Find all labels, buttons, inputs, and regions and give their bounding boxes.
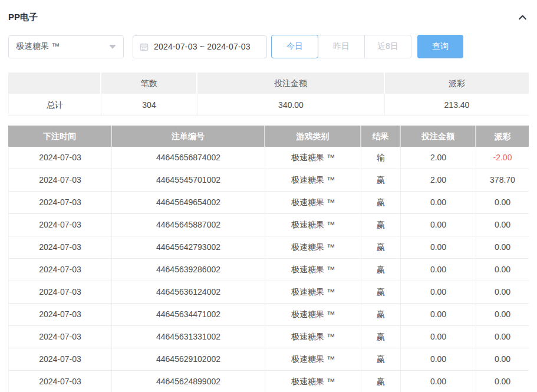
cell-bet-time: 2024-07-03 bbox=[8, 371, 112, 392]
cell-result: 赢 bbox=[361, 214, 401, 236]
yesterday-button[interactable]: 昨日 bbox=[318, 35, 365, 58]
cell-payout: -2.00 bbox=[476, 147, 529, 169]
cell-result: 赢 bbox=[361, 169, 401, 192]
table-row: 2024-07-03 44645656874002 极速糖果 ™ 输 2.00 … bbox=[8, 147, 529, 169]
cell-game-category: 极速糖果 ™ bbox=[265, 304, 361, 326]
table-row: 2024-07-03 44645639286002 极速糖果 ™ 赢 0.00 … bbox=[8, 259, 529, 281]
cell-bet-id: 44645656874002 bbox=[112, 147, 265, 169]
cell-game-category: 极速糖果 ™ bbox=[265, 281, 361, 304]
table-row: 2024-07-03 44645624899002 极速糖果 ™ 赢 0.00 … bbox=[8, 371, 529, 392]
cell-payout: 0.00 bbox=[476, 326, 529, 348]
cell-bet-id: 44645649654002 bbox=[112, 192, 265, 214]
last-8-days-button[interactable]: 近8日 bbox=[364, 35, 411, 58]
cell-result: 赢 bbox=[361, 236, 401, 259]
date-range-value: 2024-07-03 ~ 2024-07-03 bbox=[154, 42, 251, 51]
cell-bet-amount: 2.00 bbox=[401, 169, 476, 192]
cell-bet-amount: 0.00 bbox=[401, 214, 476, 236]
summary-total-label: 总计 bbox=[8, 94, 101, 116]
cell-payout: 0.00 bbox=[476, 348, 529, 371]
summary-table: 笔数 投注金额 派彩 总计 304 340.00 213.40 bbox=[8, 73, 529, 116]
summary-header-bet-amount: 投注金额 bbox=[197, 73, 385, 94]
header-bet-time: 下注时间 bbox=[8, 126, 112, 147]
cell-bet-time: 2024-07-03 bbox=[8, 281, 112, 304]
cell-result: 输 bbox=[361, 147, 401, 169]
summary-total-row: 总计 304 340.00 213.40 bbox=[8, 94, 529, 116]
header-result: 结果 bbox=[361, 126, 401, 147]
filter-bar: 极速糖果 ™ 2024-07-03 ~ 2024-07-03 今日 昨日 近8日… bbox=[8, 35, 529, 58]
cell-bet-id: 44645642793002 bbox=[112, 236, 265, 259]
cell-bet-id: 44645645887002 bbox=[112, 214, 265, 236]
date-range-picker[interactable]: 2024-07-03 ~ 2024-07-03 bbox=[133, 35, 267, 58]
pp-electronic-panel: PP电子 极速糖果 ™ 2024-07-03 ~ 2024-07-03 今日 昨… bbox=[0, 0, 537, 392]
header-bet-amount: 投注金额 bbox=[401, 126, 476, 147]
cell-payout: 0.00 bbox=[476, 281, 529, 304]
table-row: 2024-07-03 44645642793002 极速糖果 ™ 赢 0.00 … bbox=[8, 236, 529, 259]
cell-bet-time: 2024-07-03 bbox=[8, 169, 112, 192]
cell-game-category: 极速糖果 ™ bbox=[265, 348, 361, 371]
cell-bet-id: 44645631331002 bbox=[112, 326, 265, 348]
cell-bet-amount: 0.00 bbox=[401, 192, 476, 214]
panel-header: PP电子 bbox=[8, 0, 529, 24]
cell-payout: 378.70 bbox=[476, 169, 529, 192]
cell-game-category: 极速糖果 ™ bbox=[265, 147, 361, 169]
cell-result: 赢 bbox=[361, 281, 401, 304]
summary-total-payout: 213.40 bbox=[385, 94, 529, 116]
bet-records-table: 下注时间 注单编号 游戏类别 结果 投注金额 派彩 2024-07-03 446… bbox=[8, 126, 529, 392]
cell-bet-time: 2024-07-03 bbox=[8, 214, 112, 236]
cell-bet-id: 44645629102002 bbox=[112, 348, 265, 371]
cell-bet-amount: 0.00 bbox=[401, 371, 476, 392]
cell-bet-id: 44645624899002 bbox=[112, 371, 265, 392]
header-bet-id: 注单编号 bbox=[112, 126, 265, 147]
cell-result: 赢 bbox=[361, 192, 401, 214]
header-game-category: 游戏类别 bbox=[265, 126, 361, 147]
cell-payout: 0.00 bbox=[476, 214, 529, 236]
cell-result: 赢 bbox=[361, 326, 401, 348]
cell-game-category: 极速糖果 ™ bbox=[265, 214, 361, 236]
cell-bet-amount: 2.00 bbox=[401, 147, 476, 169]
collapse-panel-button[interactable] bbox=[516, 11, 529, 24]
table-row: 2024-07-03 44645634471002 极速糖果 ™ 赢 0.00 … bbox=[8, 304, 529, 326]
table-row: 2024-07-03 44645545701002 极速糖果 ™ 赢 2.00 … bbox=[8, 169, 529, 192]
table-row: 2024-07-03 44645645887002 极速糖果 ™ 赢 0.00 … bbox=[8, 214, 529, 236]
game-select[interactable]: 极速糖果 ™ bbox=[8, 35, 124, 58]
table-row: 2024-07-03 44645636124002 极速糖果 ™ 赢 0.00 … bbox=[8, 281, 529, 304]
summary-total-bet-amount: 340.00 bbox=[197, 94, 385, 116]
cell-result: 赢 bbox=[361, 348, 401, 371]
cell-bet-time: 2024-07-03 bbox=[8, 236, 112, 259]
cell-result: 赢 bbox=[361, 259, 401, 281]
cell-bet-amount: 0.00 bbox=[401, 304, 476, 326]
cell-game-category: 极速糖果 ™ bbox=[265, 236, 361, 259]
cell-payout: 0.00 bbox=[476, 192, 529, 214]
table-row: 2024-07-03 44645631331002 极速糖果 ™ 赢 0.00 … bbox=[8, 326, 529, 348]
today-button[interactable]: 今日 bbox=[271, 35, 318, 58]
search-button[interactable]: 查询 bbox=[417, 35, 463, 58]
bet-records-header: 下注时间 注单编号 游戏类别 结果 投注金额 派彩 bbox=[8, 126, 529, 147]
cell-bet-id: 44645545701002 bbox=[112, 169, 265, 192]
summary-header-payout: 派彩 bbox=[385, 73, 529, 94]
cell-bet-id: 44645634471002 bbox=[112, 304, 265, 326]
cell-bet-amount: 0.00 bbox=[401, 236, 476, 259]
cell-bet-amount: 0.00 bbox=[401, 281, 476, 304]
calendar-icon bbox=[140, 42, 149, 51]
cell-bet-time: 2024-07-03 bbox=[8, 259, 112, 281]
cell-payout: 0.00 bbox=[476, 259, 529, 281]
cell-bet-amount: 0.00 bbox=[401, 326, 476, 348]
cell-payout: 0.00 bbox=[476, 304, 529, 326]
cell-bet-time: 2024-07-03 bbox=[8, 326, 112, 348]
header-payout: 派彩 bbox=[476, 126, 529, 147]
table-row: 2024-07-03 44645649654002 极速糖果 ™ 赢 0.00 … bbox=[8, 192, 529, 214]
summary-header-blank bbox=[8, 73, 101, 94]
cell-game-category: 极速糖果 ™ bbox=[265, 371, 361, 392]
cell-game-category: 极速糖果 ™ bbox=[265, 169, 361, 192]
chevron-up-icon bbox=[518, 12, 528, 22]
cell-payout: 0.00 bbox=[476, 371, 529, 392]
cell-bet-amount: 0.00 bbox=[401, 348, 476, 371]
cell-bet-id: 44645636124002 bbox=[112, 281, 265, 304]
game-select-value: 极速糖果 ™ bbox=[16, 41, 60, 52]
cell-bet-id: 44645639286002 bbox=[112, 259, 265, 281]
detail-table-body: 2024-07-03 44645656874002 极速糖果 ™ 输 2.00 … bbox=[8, 147, 529, 392]
cell-game-category: 极速糖果 ™ bbox=[265, 192, 361, 214]
cell-bet-time: 2024-07-03 bbox=[8, 147, 112, 169]
date-quick-buttons: 今日 昨日 近8日 bbox=[271, 35, 411, 58]
cell-game-category: 极速糖果 ™ bbox=[265, 259, 361, 281]
